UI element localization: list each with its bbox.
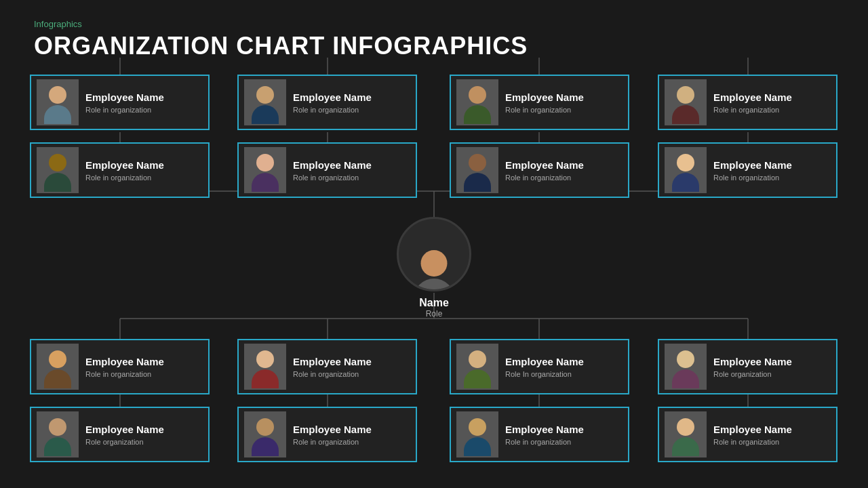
center-name: Name (419, 297, 449, 309)
avatar-top-right-mid-2 (456, 147, 498, 193)
avatar-top-mid-2 (244, 147, 286, 193)
avatar-top-right-2 (665, 147, 707, 193)
avatar-bot-left-1 (37, 344, 79, 390)
avatar-bot-right-1 (665, 344, 707, 390)
avatar-bot-left-2 (37, 411, 79, 458)
avatar-top-right-1 (665, 79, 707, 125)
card-bot-left-2: Employee Name Role organization (30, 407, 210, 462)
avatar-bot-mid-1 (244, 344, 286, 390)
card-bot-mid-2: Employee Name Role in organization (237, 407, 417, 462)
card-top-mid-2: Employee Name Role in organization (237, 142, 417, 198)
center-role: Role (426, 309, 443, 319)
card-top-mid-1: Employee Name Role in organization (237, 75, 417, 130)
card-top-left-1: Employee Name Role in organization (30, 75, 210, 130)
chart-area: Employee Name Role in organization Emplo… (0, 75, 868, 488)
card-top-right-mid-1: Employee Name Role in organization (450, 75, 629, 130)
card-bot-right-mid-2: Employee Name Role in organization (450, 407, 629, 462)
center-node: Name Role (397, 217, 471, 319)
card-bot-right-2: Employee Name Role in organization (658, 407, 837, 462)
card-top-left-2: Employee Name Role in organization (30, 142, 210, 198)
avatar-top-left-1 (37, 79, 79, 125)
header: Infographics ORGANIZATION CHART INFOGRAP… (0, 0, 868, 67)
card-top-right-mid-2: Employee Name Role in organization (450, 142, 629, 198)
card-bot-right-mid-1: Employee Name Role In organization (450, 339, 629, 394)
center-avatar (397, 217, 471, 291)
header-subtitle: Infographics (34, 19, 834, 29)
card-bot-left-1: Employee Name Role in organization (30, 339, 210, 394)
card-top-right-1: Employee Name Role in organization (658, 75, 837, 130)
avatar-top-right-mid-1 (456, 79, 498, 125)
avatar-bot-right-mid-2 (456, 411, 498, 458)
avatar-top-left-2 (37, 147, 79, 193)
avatar-bot-right-mid-1 (456, 344, 498, 390)
card-top-right-2: Employee Name Role in organization (658, 142, 837, 198)
page-title: ORGANIZATION CHART INFOGRAPHICS (34, 32, 834, 60)
avatar-bot-right-2 (665, 411, 707, 458)
card-bot-right-1: Employee Name Role organization (658, 339, 837, 394)
avatar-top-mid-1 (244, 79, 286, 125)
avatar-bot-mid-2 (244, 411, 286, 458)
card-bot-mid-1: Employee Name Role in organization (237, 339, 417, 394)
